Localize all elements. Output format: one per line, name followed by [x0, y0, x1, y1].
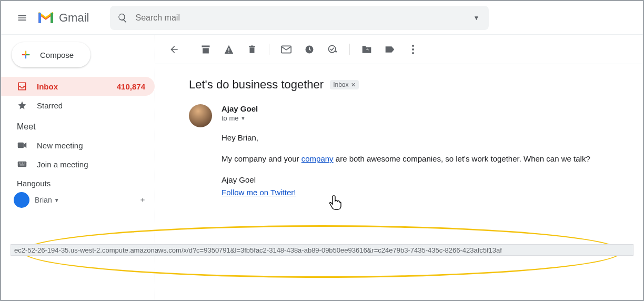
sidebar-item-inbox[interactable]: Inbox 410,874 [1, 77, 155, 96]
hangouts-user-name: Brian [35, 196, 52, 204]
email-content: Let's do business together Inbox ✕ Ajay … [155, 64, 643, 199]
main-pane: Let's do business together Inbox ✕ Ajay … [155, 35, 643, 300]
email-subject-row: Let's do business together Inbox ✕ [189, 78, 632, 92]
new-chat-plus-icon[interactable]: ＋ [139, 195, 146, 205]
svg-point-13 [412, 48, 414, 51]
sidebar-item-label: New meeting [37, 141, 83, 150]
hangouts-section-header: Hangouts [1, 174, 155, 188]
label-chip-text: Inbox [333, 81, 348, 88]
compose-label: Compose [40, 51, 74, 59]
svg-rect-4 [19, 163, 20, 164]
compose-plus-icon [19, 48, 33, 62]
svg-rect-5 [21, 163, 22, 164]
twitter-link[interactable]: Follow me on Twitter! [222, 188, 296, 197]
sidebar-item-label: Inbox [37, 82, 58, 91]
svg-point-11 [329, 45, 336, 52]
search-icon [117, 13, 128, 23]
product-name: Gmail [59, 11, 89, 25]
sidebar-item-label: Starred [37, 101, 63, 110]
email-message: Ajay Goel to me ▼ Hey Brian, My company … [189, 104, 632, 199]
caret-down-icon[interactable]: ▼ [241, 116, 246, 121]
compose-button[interactable]: Compose [12, 42, 90, 67]
hamburger-menu-icon[interactable] [9, 5, 35, 31]
email-subject: Let's do business together [189, 78, 324, 92]
meet-section-header: Meet [1, 115, 155, 136]
sidebar-item-starred[interactable]: Starred [1, 96, 155, 115]
gmail-logo-icon [37, 11, 55, 25]
keyboard-icon [17, 160, 27, 168]
sidebar-item-label: Join a meeting [37, 160, 88, 169]
mark-unread-button[interactable] [276, 39, 297, 60]
sender-name: Ajay Goel [222, 104, 632, 113]
svg-rect-0 [38, 13, 41, 23]
svg-rect-1 [51, 13, 53, 23]
svg-rect-2 [18, 143, 24, 148]
star-icon [17, 101, 27, 110]
avatar[interactable] [189, 104, 212, 127]
sidebar: Compose Inbox 410,874 Starred Meet New m… [1, 35, 155, 300]
camera-icon [17, 142, 27, 149]
email-toolbar [155, 35, 643, 64]
add-to-tasks-button[interactable] [322, 39, 343, 60]
label-chip[interactable]: Inbox ✕ [330, 80, 358, 89]
hangouts-user-row[interactable]: Brian ▼ ＋ [1, 188, 155, 208]
svg-rect-6 [22, 163, 23, 164]
labels-button[interactable] [379, 39, 400, 60]
nav-list: Inbox 410,874 Starred [1, 77, 155, 115]
spam-button[interactable] [218, 39, 239, 60]
more-button[interactable] [402, 39, 424, 60]
snooze-button[interactable] [299, 39, 320, 60]
avatar [14, 192, 29, 208]
sidebar-item-join-meeting[interactable]: Join a meeting [1, 155, 155, 174]
gmail-logo[interactable]: Gmail [37, 11, 89, 25]
header: Gmail ▼ [1, 1, 643, 35]
move-to-button[interactable] [356, 39, 377, 60]
close-icon[interactable]: ✕ [351, 82, 356, 88]
recipient-line[interactable]: to me ▼ [222, 114, 632, 122]
signature: Ajay Goel [222, 174, 632, 186]
search-input[interactable] [135, 13, 471, 23]
inbox-count: 410,874 [117, 82, 145, 91]
email-greeting: Hey Brian, [222, 132, 632, 144]
separator [349, 44, 350, 55]
separator [269, 44, 269, 55]
svg-rect-3 [18, 162, 27, 167]
back-button[interactable] [164, 39, 185, 60]
delete-button[interactable] [242, 39, 263, 60]
company-link[interactable]: company [301, 154, 334, 163]
search-options-caret-icon[interactable]: ▼ [471, 12, 482, 24]
svg-rect-8 [20, 165, 25, 166]
svg-point-12 [412, 45, 414, 47]
inbox-icon [17, 82, 27, 91]
sidebar-item-new-meeting[interactable]: New meeting [1, 136, 155, 155]
email-body: Hey Brian, My company and your company a… [222, 132, 632, 199]
archive-button[interactable] [195, 39, 216, 60]
search-bar[interactable]: ▼ [110, 6, 489, 30]
svg-point-14 [412, 52, 414, 54]
link-preview-statusbar: ec2-52-26-194-35.us-west-2.compute.amazo… [11, 244, 633, 256]
caret-down-icon[interactable]: ▼ [54, 197, 59, 203]
svg-rect-7 [24, 163, 25, 164]
